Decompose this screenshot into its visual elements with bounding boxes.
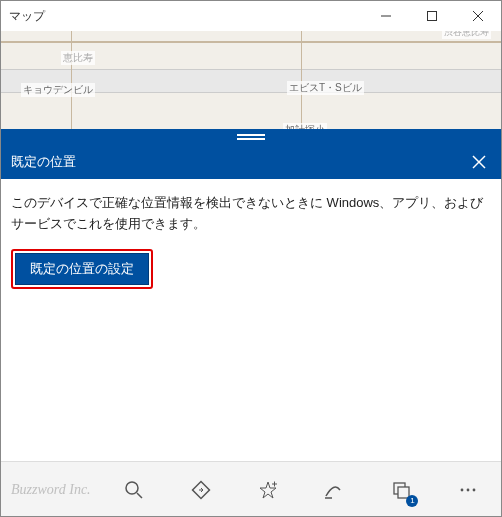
svg-point-15: [466, 488, 469, 491]
directions-icon: [191, 480, 211, 500]
pen-icon: [323, 480, 345, 500]
layers-button[interactable]: 1: [368, 462, 435, 517]
highlight-frame: 既定の位置の設定: [11, 249, 153, 289]
window-title: マップ: [9, 8, 363, 25]
svg-rect-1: [428, 12, 437, 21]
panel-drag-handle[interactable]: [1, 129, 501, 145]
more-button[interactable]: [434, 462, 501, 517]
map-label: 恵比寿: [61, 51, 95, 65]
minimize-button[interactable]: [363, 1, 409, 31]
set-default-location-button[interactable]: 既定の位置の設定: [15, 253, 149, 285]
map-label: キョウデンビル: [21, 83, 95, 97]
map-label: 渋谷恵比寿: [442, 31, 491, 39]
close-window-button[interactable]: [455, 1, 501, 31]
map-label: 加計塚小: [283, 123, 327, 129]
panel-body: このデバイスで正確な位置情報を検出できないときに Windows、アプリ、および…: [1, 179, 501, 461]
drag-handle-icon: [237, 134, 265, 140]
star-icon: [258, 480, 278, 500]
more-icon: [458, 480, 478, 500]
svg-point-14: [460, 488, 463, 491]
maximize-button[interactable]: [409, 1, 455, 31]
svg-point-16: [472, 488, 475, 491]
search-button[interactable]: [101, 462, 168, 517]
panel-description: このデバイスで正確な位置情報を検出できないときに Windows、アプリ、および…: [11, 193, 491, 235]
svg-point-6: [126, 482, 138, 494]
layers-badge: 1: [406, 495, 418, 507]
panel-close-button[interactable]: [467, 150, 491, 174]
panel-title: 既定の位置: [11, 153, 467, 171]
panel-header: 既定の位置: [1, 145, 501, 179]
window-titlebar: マップ: [1, 1, 501, 31]
brand-label: Buzzword Inc.: [1, 482, 101, 498]
svg-line-7: [137, 493, 142, 498]
search-icon: [124, 480, 144, 500]
map-label: エビスT・Sビル: [287, 81, 364, 95]
bottom-toolbar: Buzzword Inc. 1: [1, 461, 501, 517]
favorites-button[interactable]: [234, 462, 301, 517]
ink-button[interactable]: [301, 462, 368, 517]
map-canvas[interactable]: 恵比寿 渋谷恵比寿 キョウデンビル エビスT・Sビル 加計塚小: [1, 31, 501, 129]
directions-button[interactable]: [168, 462, 235, 517]
